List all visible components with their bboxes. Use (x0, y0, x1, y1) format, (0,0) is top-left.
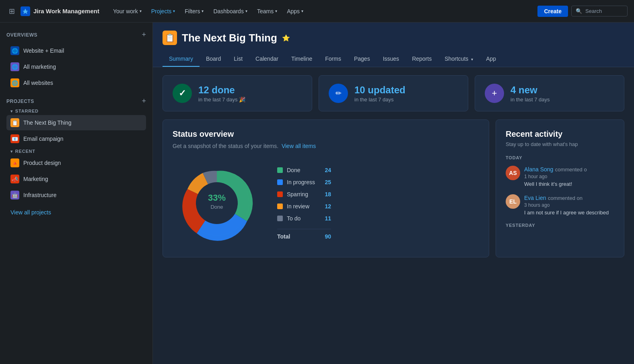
marketing-icon: 📣 (10, 175, 19, 183)
infrastructure-icon: 🤖 (10, 191, 19, 199)
alana-avatar: AS (506, 166, 520, 180)
logo-text: Jira Work Management (33, 8, 99, 14)
status-title: Status overview (173, 130, 479, 139)
stat-card-updated[interactable]: ✏ 10 updated in the last 7 days (319, 75, 468, 111)
sidebar-item-all-marketing[interactable]: 🌐 All marketing (6, 59, 146, 74)
alana-action: commented o (555, 167, 587, 173)
search-box[interactable]: 🔍 Search (571, 6, 628, 16)
stat-done-number: 12 done (198, 84, 245, 96)
project-tabs: Summary Board List Calendar Timeline For… (163, 51, 624, 67)
stat-card-new[interactable]: + 4 new in the last 7 days (475, 75, 624, 111)
legend-sparring: Sparring 18 (277, 191, 331, 197)
alana-quote: Well I think it's great! (524, 181, 587, 187)
chevron-down-icon: ▾ (140, 9, 142, 13)
main-layout: Overviews + 🌐 Website + Email 🌐 All mark… (0, 23, 634, 364)
tab-list[interactable]: List (227, 51, 249, 67)
all-marketing-icon: 🌐 (10, 62, 19, 71)
done-dot (277, 167, 283, 173)
add-project-icon[interactable]: + (142, 97, 146, 105)
starred-section[interactable]: ▾ STARRED (6, 107, 146, 115)
topnav-dashboards[interactable]: Dashboards ▾ (209, 6, 251, 17)
content-area: Status overview Get a snapshot of the st… (153, 119, 634, 267)
tab-timeline[interactable]: Timeline (285, 51, 319, 67)
alana-time: 1 hour ago (524, 174, 587, 179)
sidebar-item-next-big-thing[interactable]: 📋 The Next Big Thing (6, 115, 146, 130)
stat-card-done[interactable]: ✓ 12 done in the last 7 days 🎉 (163, 75, 312, 111)
project-title-row: 📋 The Next Big Thing ⭐ (163, 31, 624, 45)
legend-total: Total 90 (277, 229, 331, 240)
activity-subtitle: Stay up to date with what's hap (506, 141, 614, 147)
stat-updated-number: 10 updated (354, 84, 406, 96)
in-progress-dot (277, 179, 283, 185)
legend-to-do: To do 11 (277, 215, 331, 222)
product-design-icon: 🔺 (10, 158, 19, 167)
projects-section: Projects + (6, 97, 146, 105)
today-label: TODAY (506, 155, 614, 160)
status-subtitle: Get a snapshot of the status of your ite… (173, 143, 479, 149)
sidebar: Overviews + 🌐 Website + Email 🌐 All mark… (0, 23, 153, 364)
tab-app[interactable]: App (480, 51, 502, 67)
in-review-dot (277, 204, 283, 209)
chevron-down-icon: ▾ (245, 9, 247, 13)
status-chart-area: 33% Done Done 24 In progress (173, 159, 479, 247)
sidebar-item-marketing[interactable]: 📣 Marketing (6, 171, 146, 187)
updated-icon: ✏ (329, 84, 348, 103)
to-do-dot (277, 216, 283, 221)
legend-done: Done 24 (277, 167, 331, 173)
sidebar-item-website-email[interactable]: 🌐 Website + Email (6, 43, 146, 58)
activity-item-eva: EL Eva Lien commented on 3 hours ago I a… (506, 194, 614, 216)
topnav-filters[interactable]: Filters ▾ (181, 6, 208, 17)
eva-name[interactable]: Eva Lien (524, 195, 546, 201)
sidebar-item-all-websites[interactable]: 🌐 All websites (6, 75, 146, 90)
eva-avatar: EL (506, 194, 520, 209)
project-header: 📋 The Next Big Thing ⭐ Summary Board Lis… (153, 23, 634, 67)
alana-name[interactable]: Alana Song (524, 166, 553, 173)
all-websites-icon: 🌐 (10, 78, 19, 87)
eva-action: commented on (548, 195, 583, 201)
topnav-projects[interactable]: Projects ▾ (147, 6, 179, 17)
tab-shortcuts[interactable]: Shortcuts ▾ (438, 51, 480, 67)
stat-done-label: in the last 7 days 🎉 (198, 97, 245, 103)
stats-row: ✓ 12 done in the last 7 days 🎉 ✏ 10 upda… (153, 67, 634, 119)
sidebar-item-infrastructure[interactable]: 🤖 Infrastructure (6, 187, 146, 203)
main-content: 📋 The Next Big Thing ⭐ Summary Board Lis… (153, 23, 634, 364)
stat-new-label: in the last 7 days (510, 97, 550, 103)
tab-summary[interactable]: Summary (163, 51, 200, 67)
grid-icon[interactable]: ⊞ (6, 4, 17, 18)
tab-calendar[interactable]: Calendar (249, 51, 285, 67)
sidebar-item-email-campaign[interactable]: 📧 Email campaign (6, 131, 146, 146)
project-title: The Next Big Thing (182, 32, 277, 44)
logo[interactable]: Jira Work Management (21, 6, 99, 16)
add-overview-icon[interactable]: + (142, 31, 146, 39)
yesterday-label: YESTERDAY (506, 223, 614, 228)
star-icon[interactable]: ⭐ (282, 34, 290, 42)
tab-pages[interactable]: Pages (348, 51, 377, 67)
topnav-apps[interactable]: Apps ▾ (283, 6, 307, 17)
stat-updated-info: 10 updated in the last 7 days (354, 84, 406, 103)
svg-text:Done: Done (210, 204, 223, 210)
recent-section[interactable]: ▾ RECENT (6, 147, 146, 155)
search-placeholder: Search (585, 8, 602, 14)
status-overview: Status overview Get a snapshot of the st… (163, 119, 489, 257)
create-button[interactable]: Create (537, 6, 568, 17)
done-icon: ✓ (173, 84, 192, 103)
stat-new-info: 4 new in the last 7 days (510, 84, 550, 103)
project-icon: 📋 (163, 31, 177, 45)
sidebar-item-product-design[interactable]: 🔺 Product design (6, 155, 146, 171)
tab-issues[interactable]: Issues (377, 51, 406, 67)
topnav-teams[interactable]: Teams ▾ (253, 6, 281, 17)
tab-board[interactable]: Board (200, 51, 227, 67)
projects-label: Projects (6, 99, 34, 104)
stat-new-number: 4 new (510, 84, 550, 96)
view-all-projects[interactable]: View all projects (6, 206, 146, 219)
legend-in-progress: In progress 25 (277, 179, 331, 185)
topnav-your-work[interactable]: Your work ▾ (109, 6, 146, 17)
chevron-down-icon: ▾ (10, 149, 13, 154)
sparring-dot (277, 191, 283, 197)
logo-icon (21, 6, 30, 16)
tab-forms[interactable]: Forms (319, 51, 348, 67)
email-campaign-icon: 📧 (10, 134, 19, 143)
view-all-items-link[interactable]: View all items (282, 143, 316, 149)
chart-legend: Done 24 In progress 25 Sparring 18 (277, 167, 331, 240)
tab-reports[interactable]: Reports (406, 51, 438, 67)
